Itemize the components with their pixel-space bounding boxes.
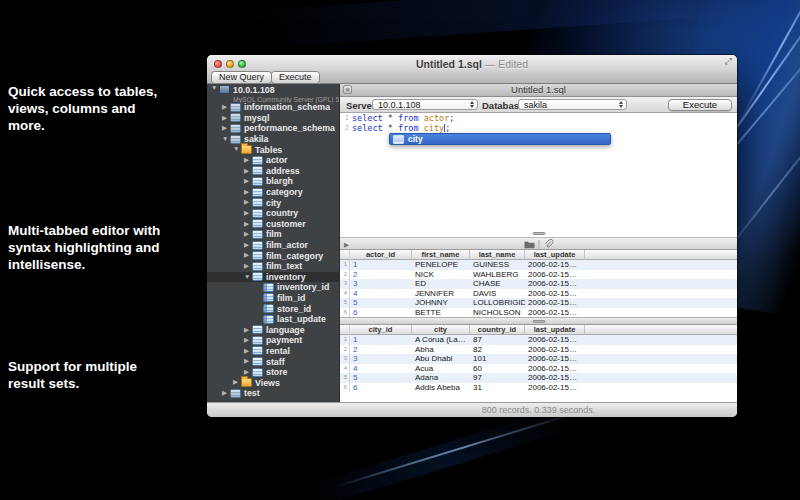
tree-item-label: film_id (277, 293, 305, 303)
execute-toolbar-button[interactable]: Execute (271, 71, 320, 84)
disclosure-icon[interactable]: ▶ (244, 221, 252, 228)
fullscreen-icon[interactable]: ⤢ (725, 56, 732, 67)
disclosure-icon[interactable]: ▶ (244, 327, 252, 334)
disclosure-icon[interactable]: ▶ (222, 115, 230, 122)
result-row[interactable]: 55Adana972006-02-15… (340, 373, 737, 383)
tree-item-test[interactable]: ▶test (207, 388, 339, 399)
column-header-last_update[interactable]: last_update (525, 250, 585, 260)
tree-item-payment[interactable]: ▶payment (207, 335, 339, 346)
tree-item-blargh[interactable]: ▶blargh (207, 176, 339, 187)
row-filler (585, 308, 737, 318)
result-row[interactable]: 44JENNIFERDAVIS2006-02-15… (340, 289, 737, 299)
tree-item-city[interactable]: ▶city (207, 197, 339, 208)
disclosure-icon[interactable]: ▶ (244, 358, 252, 365)
disclosure-icon[interactable]: ▶ (244, 231, 252, 238)
tree-item-staff[interactable]: ▶staff (207, 356, 339, 367)
result-row[interactable]: 11PENELOPEGUINESS2006-02-15… (340, 260, 737, 270)
attach-button[interactable] (539, 239, 557, 250)
tree-item-film-actor[interactable]: ▶film_actor (207, 240, 339, 251)
result-splitter[interactable] (340, 317, 737, 325)
tree-item-10-0-1-108[interactable]: ▼10.0.1.108MySQL Community Server (GPL) … (207, 84, 339, 102)
disclosure-icon[interactable]: ▼ (233, 146, 241, 153)
column-header-city[interactable]: city (412, 325, 470, 335)
disclosure-icon[interactable]: ▶ (244, 178, 252, 185)
disclosure-icon[interactable]: ▼ (222, 136, 230, 143)
result-row[interactable]: 55JOHNNYLOLLOBRIGIDA2006-02-15… (340, 298, 737, 308)
tree-item-store[interactable]: ▶store (207, 367, 339, 378)
tree-item-country[interactable]: ▶country (207, 208, 339, 219)
result-row[interactable]: 11A Corua (La…872006-02-15… (340, 335, 737, 345)
result-row[interactable]: 33Abu Dhabi1012006-02-15… (340, 354, 737, 364)
tree-item-information-schema[interactable]: ▶information_schema (207, 102, 339, 113)
sql-editor[interactable]: 1select * from actor;2select * from city… (340, 113, 737, 237)
tree-item-inventory-id[interactable]: inventory_id (207, 282, 339, 293)
tree-item-views[interactable]: ▶Views (207, 377, 339, 388)
tree-item-address[interactable]: ▶address (207, 166, 339, 177)
title-bar[interactable]: Untitled 1.sql— Edited ⤢ New Query Execu… (207, 55, 737, 84)
tree-item-label: store (266, 367, 288, 377)
disclosure-icon[interactable]: ▶ (244, 348, 252, 355)
tree-item-film-id[interactable]: film_id (207, 293, 339, 304)
disclosure-icon[interactable]: ▶ (244, 252, 252, 259)
disclosure-icon[interactable]: ▶ (222, 390, 230, 397)
disclosure-icon[interactable]: ▶ (244, 157, 252, 164)
disclosure-icon[interactable]: ▶ (244, 210, 252, 217)
new-query-button[interactable]: New Query (211, 71, 272, 84)
disclosure-icon[interactable]: ▶ (244, 242, 252, 249)
schema-sidebar[interactable]: ▼10.0.1.108MySQL Community Server (GPL) … (207, 84, 340, 402)
result-cell: 1 (350, 260, 412, 270)
disclosure-icon[interactable]: ▼ (244, 274, 252, 281)
disclosure-icon[interactable]: ▶ (244, 337, 252, 344)
result-row[interactable]: 66Addis Abeba312006-02-15… (340, 383, 737, 393)
database-select[interactable]: sakila (518, 99, 627, 110)
tree-item-customer[interactable]: ▶customer (207, 219, 339, 230)
server-select[interactable]: 10.0.1.108 (372, 99, 478, 110)
disclosure-icon[interactable]: ▶ (222, 104, 230, 111)
execute-query-button[interactable]: Execute (668, 99, 732, 111)
splitter-handle[interactable] (532, 320, 545, 323)
tree-item-film-text[interactable]: ▶film_text (207, 261, 339, 272)
tree-item-actor[interactable]: ▶actor (207, 155, 339, 166)
disclosure-icon[interactable]: ▶ (222, 125, 230, 132)
tree-item-mysql[interactable]: ▶mysql (207, 113, 339, 124)
result-row[interactable]: 22Abha822006-02-15… (340, 345, 737, 355)
disclosure-icon[interactable]: ▶ (233, 379, 241, 386)
disclosure-icon[interactable]: ▶ (244, 369, 252, 376)
disclosure-icon[interactable]: ▶ (244, 168, 252, 175)
tree-item-label: film_actor (266, 240, 308, 250)
disclosure-icon[interactable]: ▼ (211, 85, 219, 92)
tree-item-last-update[interactable]: last_update (207, 314, 339, 325)
column-header-last_name[interactable]: last_name (470, 250, 525, 260)
tree-item-film[interactable]: ▶film (207, 229, 339, 240)
column-header-last_update[interactable]: last_update (525, 325, 585, 335)
tree-item-inventory[interactable]: ▼inventory (207, 272, 339, 283)
result-row[interactable]: 33EDCHASE2006-02-15… (340, 279, 737, 289)
tree-item-category[interactable]: ▶category (207, 187, 339, 198)
tree-item-rental[interactable]: ▶rental (207, 346, 339, 357)
autocomplete-item[interactable]: city (408, 134, 423, 144)
tree-item-tables[interactable]: ▼Tables (207, 144, 339, 155)
result-row[interactable]: 22NICKWAHLBERG2006-02-15… (340, 270, 737, 280)
tree-item-store-id[interactable]: store_id (207, 303, 339, 314)
tab-title[interactable]: Untitled 1.sql (340, 84, 737, 96)
column-header-country_id[interactable]: country_id (470, 325, 525, 335)
disclosure-icon[interactable]: ▶ (244, 199, 252, 206)
export-button[interactable] (520, 239, 538, 250)
tree-item-label: inventory_id (277, 282, 329, 292)
result-row[interactable]: 44Acua602006-02-15… (340, 364, 737, 374)
caption-multi-tabbed-editor: Multi-tabbed editor withsyntax highlight… (8, 222, 213, 273)
column-header-actor_id[interactable]: actor_id (350, 250, 412, 260)
column-header-first_name[interactable]: first_name (412, 250, 470, 260)
disclosure-icon[interactable]: ▶ (244, 189, 252, 196)
editor-tab-bar[interactable]: Untitled 1.sql (340, 84, 737, 97)
tab-close-icon[interactable] (343, 85, 352, 94)
result-row[interactable]: 66BETTENICHOLSON2006-02-15… (340, 308, 737, 318)
status-text: 800 records. 0.339 seconds. (340, 405, 737, 415)
disclosure-icon[interactable]: ▶ (344, 241, 349, 249)
tree-item-performance-schema[interactable]: ▶performance_schema (207, 123, 339, 134)
tree-item-sakila[interactable]: ▼sakila (207, 134, 339, 145)
column-header-city_id[interactable]: city_id (350, 325, 412, 335)
tree-item-film-category[interactable]: ▶film_category (207, 250, 339, 261)
disclosure-icon[interactable]: ▶ (244, 263, 252, 270)
tree-item-language[interactable]: ▶language (207, 324, 339, 335)
